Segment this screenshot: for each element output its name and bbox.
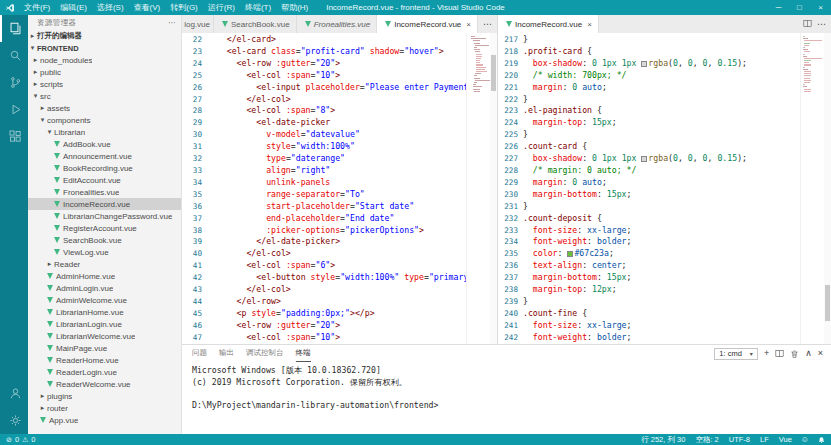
tree-item-adminhome-vue[interactable]: AdminHome.vue: [28, 270, 181, 282]
tab-searchbook-vue[interactable]: SearchBook.vue: [214, 15, 297, 33]
close-panel-icon[interactable]: ×: [818, 349, 823, 358]
menu-item-3[interactable]: 查看(V): [129, 0, 166, 15]
tree-item-librarian[interactable]: ▾Librarian: [28, 126, 181, 138]
scroll-thumb-left[interactable]: [491, 55, 496, 91]
tree-item-plugins[interactable]: ▸plugins: [28, 390, 181, 402]
split-terminal-icon[interactable]: [775, 349, 784, 358]
minimap-line: [476, 67, 486, 68]
tree-item-addbook-vue[interactable]: AddBook.vue: [28, 138, 181, 150]
panel: 问题输出调试控制台终端 1: cmd ▾ + ∧ × Microsoft Win…: [182, 344, 831, 434]
tree-item-librarianchangepassword-vue[interactable]: LibrarianChangePassword.vue: [28, 210, 181, 222]
tree-item-searchbook-vue[interactable]: SearchBook.vue: [28, 234, 181, 246]
panel-tab-2[interactable]: 调试控制台: [246, 345, 284, 362]
status-item-4[interactable]: Vue: [779, 435, 792, 445]
menu-item-1[interactable]: 编辑(E): [55, 0, 92, 15]
code-editor-right[interactable]: }.profit-card { box-shadow: 0 1px 1px rg…: [523, 33, 800, 344]
tree-item-announcement-vue[interactable]: Announcement.vue: [28, 150, 181, 162]
tree-item-adminwelcome-vue[interactable]: AdminWelcome.vue: [28, 294, 181, 306]
tree-item-fronealities-vue[interactable]: Fronealities.vue: [28, 186, 181, 198]
tree-item-router[interactable]: ▸router: [28, 402, 181, 414]
kill-terminal-trash-icon[interactable]: [790, 349, 799, 359]
menu-item-4[interactable]: 转到(G): [165, 0, 203, 15]
maximize-button[interactable]: □: [789, 0, 810, 15]
notifications-bell-icon[interactable]: [818, 436, 825, 444]
tree-item-readerlogin-vue[interactable]: ReaderLogin.vue: [28, 366, 181, 378]
panel-tab-3[interactable]: 终端: [296, 345, 311, 362]
tree-item-src[interactable]: ▾src: [28, 90, 181, 102]
tree-item-librarianwelcome-vue[interactable]: LibrarianWelcome.vue: [28, 330, 181, 342]
editor-more-actions-icon[interactable]: ⋯: [483, 19, 492, 29]
tree-item-node-modules[interactable]: ▸node_modules: [28, 54, 181, 66]
status-item-3[interactable]: LF: [760, 435, 769, 445]
tab-incomerecord-vue[interactable]: IncomeRecord.vue×: [498, 15, 599, 33]
code-line: /* width: 700px; */: [523, 70, 800, 82]
editor-left[interactable]: 2223242526272829303132333435363738394041…: [182, 33, 497, 344]
line-number: 234: [498, 236, 518, 248]
code-line: }: [523, 201, 800, 213]
close-window-button[interactable]: ×: [810, 0, 831, 15]
tree-item-readerhome-vue[interactable]: ReaderHome.vue: [28, 354, 181, 366]
editor-more-actions-icon[interactable]: ⋯: [817, 19, 826, 29]
tree-item-bookrecording-vue[interactable]: BookRecording.vue: [28, 162, 181, 174]
scroll-thumb-right[interactable]: [825, 285, 830, 321]
tree-item-assets[interactable]: ▸assets: [28, 102, 181, 114]
tree-item-app-vue[interactable]: App.vue: [28, 414, 181, 426]
menu-item-6[interactable]: 终端(T): [240, 0, 276, 15]
minimize-button[interactable]: ─: [768, 0, 789, 15]
feedback-smiley-icon[interactable]: ☺: [801, 435, 809, 444]
terminal-select[interactable]: 1: cmd ▾: [714, 348, 758, 360]
tree-item-readerwelcome-vue[interactable]: ReaderWelcome.vue: [28, 378, 181, 390]
settings-gear-icon[interactable]: [0, 407, 28, 434]
code-line: /* margin: 0 auto; */: [523, 165, 800, 177]
tree-item-label: LibrarianHome.vue: [56, 308, 124, 317]
tree-item-librarianlogin-vue[interactable]: LibrarianLogin.vue: [28, 318, 181, 330]
tree-item-components[interactable]: ▾components: [28, 114, 181, 126]
menu-item-0[interactable]: 文件(F): [19, 0, 55, 15]
terminal-output[interactable]: Microsoft Windows [版本 10.0.18362.720](c)…: [182, 362, 831, 411]
menu-item-2[interactable]: 选择(S): [92, 0, 129, 15]
tree-item-registeraccount-vue[interactable]: RegisterAccount.vue: [28, 222, 181, 234]
tree-item-incomerecord-vue[interactable]: IncomeRecord.vue: [28, 198, 181, 210]
account-icon[interactable]: [0, 380, 28, 407]
run-debug-icon[interactable]: [0, 96, 28, 123]
status-item-2[interactable]: UTF-8: [729, 435, 750, 445]
source-control-icon[interactable]: [0, 69, 28, 96]
minimap-right[interactable]: [800, 33, 824, 344]
close-tab-icon[interactable]: ×: [466, 20, 471, 29]
editor-right[interactable]: 2172182192202212222232242252262272282292…: [498, 33, 831, 344]
extensions-icon[interactable]: [0, 123, 28, 150]
tree-item-reader[interactable]: ▸Reader: [28, 258, 181, 270]
tab-incomerecord-vue[interactable]: IncomeRecord.vue×: [377, 15, 478, 33]
panel-tab-1[interactable]: 输出: [219, 345, 234, 362]
code-editor-left[interactable]: </el-card> <el-card class="profit-card" …: [207, 33, 466, 344]
minimap-line: [473, 86, 482, 87]
code-line: <el-card class="profit-card" shadow="hov…: [207, 46, 466, 58]
menu-item-5[interactable]: 运行(R): [203, 0, 240, 15]
problems-status[interactable]: ⊘ 0 ⚠ 0: [6, 435, 36, 444]
status-item-1[interactable]: 空格: 2: [695, 435, 718, 445]
tree-item-mainpage-vue[interactable]: MainPage.vue: [28, 342, 181, 354]
maximize-panel-icon[interactable]: ∧: [805, 349, 812, 358]
frontend-section[interactable]: ▾ FRONTEND: [28, 42, 181, 54]
panel-tab-0[interactable]: 问题: [192, 345, 207, 362]
scrollbar-left[interactable]: [490, 33, 497, 344]
close-tab-icon[interactable]: ×: [587, 20, 592, 29]
tree-item-viewlog-vue[interactable]: ViewLog.vue: [28, 246, 181, 258]
tab-log-vue[interactable]: log.vue: [182, 15, 214, 33]
tree-item-editaccount-vue[interactable]: EditAccount.vue: [28, 174, 181, 186]
tree-item-scripts[interactable]: ▸scripts: [28, 78, 181, 90]
explorer-icon[interactable]: [0, 15, 28, 42]
tab-fronealities-vue[interactable]: Fronealities.vue: [297, 15, 377, 33]
status-item-0[interactable]: 行 252, 列 30: [641, 435, 685, 445]
search-icon[interactable]: [0, 42, 28, 69]
tree-item-adminlogin-vue[interactable]: AdminLogin.vue: [28, 282, 181, 294]
split-editor-icon[interactable]: [803, 19, 812, 30]
open-editors-section[interactable]: ▸ 打开的编辑器: [28, 30, 181, 42]
scrollbar-right[interactable]: [824, 33, 831, 344]
menu-item-7[interactable]: 帮助(H): [276, 0, 313, 15]
sidebar-more-actions-icon[interactable]: ⋯: [168, 18, 176, 27]
new-terminal-icon[interactable]: +: [764, 349, 769, 358]
tree-item-librarianhome-vue[interactable]: LibrarianHome.vue: [28, 306, 181, 318]
tree-item-public[interactable]: ▸public: [28, 66, 181, 78]
minimap-left[interactable]: [466, 33, 490, 344]
